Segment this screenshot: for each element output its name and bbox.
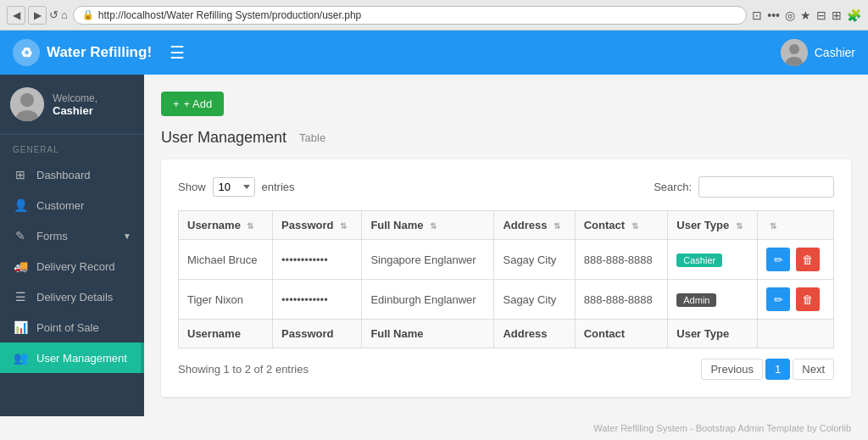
page-subtitle: Table — [299, 131, 326, 144]
show-label: Show — [178, 181, 206, 193]
nav-user[interactable]: Cashier — [781, 39, 855, 66]
table-row: Michael Bruce •••••••••••• Singapore Eng… — [179, 240, 834, 280]
page-title: User Management — [161, 129, 287, 147]
sidebar-label-dashboard: Dashboard — [36, 169, 91, 181]
foot-password: Password — [273, 320, 362, 348]
table-header-row: Username ⇅ Password ⇅ Full Name ⇅ Addres… — [179, 211, 834, 240]
cell-address-0: Sagay City — [494, 240, 575, 280]
pocket-icon[interactable]: ◎ — [785, 8, 795, 22]
cell-actions-0: ✏ 🗑 — [758, 240, 834, 280]
cell-fullname-0: Singapore Englanwer — [362, 240, 494, 280]
search-area: Search: — [654, 176, 834, 198]
delete-button-0[interactable]: 🗑 — [796, 248, 820, 271]
usertype-badge-1: Admin — [676, 293, 716, 307]
sidebar-item-user-management[interactable]: 👥 User Management — [0, 343, 144, 373]
col-password[interactable]: Password ⇅ — [273, 211, 362, 240]
home-button[interactable]: ⌂ — [61, 6, 68, 25]
sidebar-item-customer[interactable]: 👤 Customer — [0, 190, 144, 220]
sidebar-section-label: GENERAL — [0, 135, 144, 159]
foot-username: Username — [179, 320, 273, 348]
cell-contact-1: 888-888-8888 — [575, 280, 668, 320]
prev-button[interactable]: Previous — [701, 359, 763, 380]
page-1-button[interactable]: 1 — [765, 359, 790, 380]
sidebar-label-forms: Forms — [36, 230, 68, 242]
addons-icon[interactable]: 🧩 — [847, 8, 861, 22]
forms-icon: ✎ — [13, 229, 28, 242]
sort-icon-usertype: ⇅ — [736, 221, 743, 231]
sort-icon-actions: ⇅ — [770, 221, 776, 231]
cell-password-0: •••••••••••• — [273, 240, 362, 280]
sort-icon-username: ⇅ — [247, 221, 253, 231]
sidebar-label-point-of-sale: Point of Sale — [36, 321, 99, 334]
table-row: Tiger Nixon •••••••••••• Edinburgh Engla… — [179, 280, 834, 320]
col-contact[interactable]: Contact ⇅ — [575, 211, 668, 240]
nav-avatar — [781, 39, 808, 66]
add-button[interactable]: + + Add — [161, 92, 224, 116]
foot-actions — [758, 320, 834, 348]
page-header: User Management Table — [161, 129, 851, 147]
cell-username-0: Michael Bruce — [179, 240, 273, 280]
edit-button-1[interactable]: ✏ — [766, 287, 790, 311]
sidebar-label-user-management: User Management — [36, 352, 127, 365]
next-button[interactable]: Next — [793, 359, 834, 380]
col-address[interactable]: Address ⇅ — [494, 211, 575, 240]
data-table: Username ⇅ Password ⇅ Full Name ⇅ Addres… — [178, 210, 834, 348]
sidebar-item-delivery-record[interactable]: 🚚 Delivery Record — [0, 251, 144, 281]
sidebar-label-customer: Customer — [36, 199, 84, 212]
delivery-details-icon: ☰ — [13, 290, 28, 304]
sidebar-item-delivery-details[interactable]: ☰ Delivery Details — [0, 281, 144, 312]
sort-icon-contact: ⇅ — [632, 221, 638, 231]
sort-icon-password: ⇅ — [340, 221, 347, 231]
sort-icon-fullname: ⇅ — [430, 221, 437, 231]
reader-icon[interactable]: ⊡ — [752, 8, 762, 22]
more-icon[interactable]: ••• — [767, 8, 780, 22]
cell-contact-0: 888-888-8888 — [575, 240, 668, 280]
security-icon: 🔒 — [82, 9, 94, 20]
reload-button[interactable]: ↺ — [49, 6, 58, 25]
bookmark-icon[interactable]: ★ — [800, 8, 811, 22]
add-button-label: + Add — [184, 97, 213, 110]
col-fullname[interactable]: Full Name ⇅ — [362, 211, 494, 240]
sidebar: Welcome, Cashier GENERAL ⊞ Dashboard 👤 C… — [0, 75, 144, 416]
brand-name: Water Refilling! — [47, 44, 152, 61]
point-of-sale-icon: 📊 — [13, 320, 28, 334]
col-actions: ⇅ — [758, 211, 834, 240]
plus-icon: + — [173, 97, 180, 110]
svg-point-1 — [789, 44, 799, 54]
browser-chrome: ◀ ▶ ↺ ⌂ 🔒 http://localhost/Water Refilli… — [0, 0, 868, 31]
url-text: http://localhost/Water Refilling System/… — [98, 9, 361, 21]
top-navbar: ♻ Water Refilling! ☰ Cashier — [0, 31, 868, 75]
cell-address-1: Sagay City — [494, 280, 575, 320]
col-username[interactable]: Username ⇅ — [179, 211, 273, 240]
browser-nav-buttons: ◀ ▶ ↺ ⌂ — [7, 6, 68, 25]
sidebar-user-info: Welcome, Cashier — [53, 92, 97, 117]
table-footer: Showing 1 to 2 of 2 entries Previous 1 N… — [178, 359, 834, 380]
edit-button-0[interactable]: ✏ — [766, 248, 790, 271]
sidebar-item-forms[interactable]: ✎ Forms ▼ — [0, 220, 144, 251]
foot-contact: Contact — [575, 320, 668, 348]
hamburger-menu[interactable]: ☰ — [170, 42, 185, 63]
sidebar-label-delivery-details: Delivery Details — [36, 291, 113, 304]
entries-select[interactable]: 10 25 50 100 — [213, 177, 255, 197]
entries-label: entries — [262, 181, 295, 193]
url-bar[interactable]: 🔒 http://localhost/Water Refilling Syste… — [73, 6, 747, 25]
sidebar-item-dashboard[interactable]: ⊞ Dashboard — [0, 159, 144, 190]
foot-usertype: User Type — [668, 320, 758, 348]
usertype-badge-0: Cashier — [676, 253, 722, 267]
cell-usertype-1: Admin — [668, 280, 758, 320]
foot-fullname: Full Name — [362, 320, 494, 348]
cell-actions-1: ✏ 🗑 — [758, 280, 834, 320]
forward-button[interactable]: ▶ — [28, 6, 47, 25]
svg-point-4 — [20, 93, 34, 107]
delete-button-1[interactable]: 🗑 — [796, 287, 820, 311]
col-usertype[interactable]: User Type ⇅ — [668, 211, 758, 240]
footer: Water Refilling System - Bootstrap Admin… — [0, 416, 868, 440]
delivery-record-icon: 🚚 — [13, 259, 28, 273]
sidebar-item-point-of-sale[interactable]: 📊 Point of Sale — [0, 312, 144, 343]
history-icon[interactable]: ⊟ — [816, 8, 826, 22]
main-card: Show 10 25 50 100 entries Search: Userna… — [161, 159, 851, 397]
footer-text: Water Refilling System - Bootstrap Admin… — [593, 423, 851, 433]
search-input[interactable] — [698, 176, 834, 198]
back-button[interactable]: ◀ — [7, 6, 25, 25]
synced-tabs-icon[interactable]: ⊞ — [832, 8, 842, 22]
